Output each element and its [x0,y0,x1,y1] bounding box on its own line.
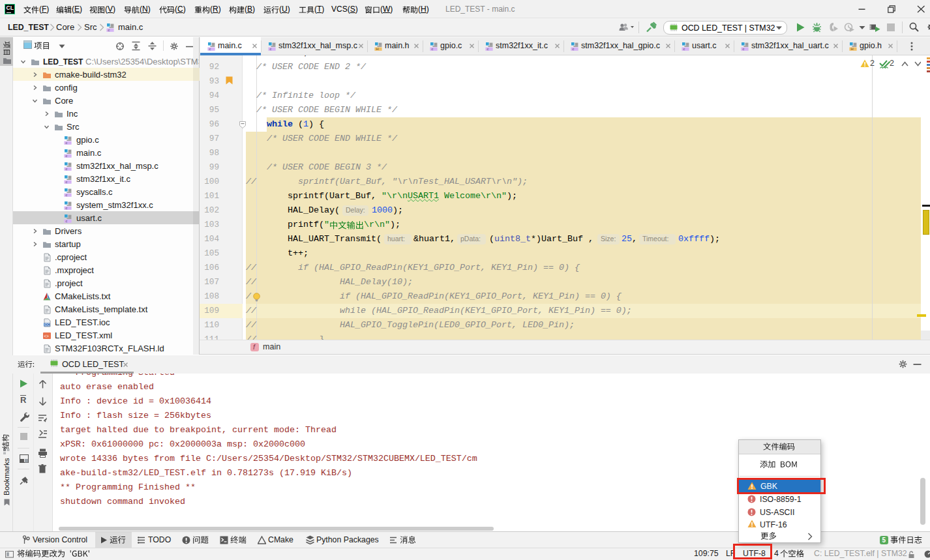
svg-text:IOC: IOC [44,323,50,327]
svg-text:c: c [65,180,67,184]
svg-text:c: c [65,219,67,223]
svg-text:c: c [572,47,574,51]
svg-text:c: c [742,47,744,51]
svg-text:c: c [65,206,67,210]
svg-text:c: c [209,47,211,51]
svg-text:c: c [269,47,271,51]
svg-text:c: c [683,47,685,51]
svg-text:c: c [65,193,67,197]
svg-text:c: c [65,167,67,171]
svg-text:c: c [431,47,433,51]
svg-text:H: H [376,47,378,51]
svg-text:<>: <> [44,334,49,339]
svg-text:c: c [65,141,67,145]
svg-text:c: c [108,28,110,32]
svg-text:c: c [65,154,67,158]
svg-text:c: c [487,47,488,51]
svg-text:H: H [850,47,853,51]
